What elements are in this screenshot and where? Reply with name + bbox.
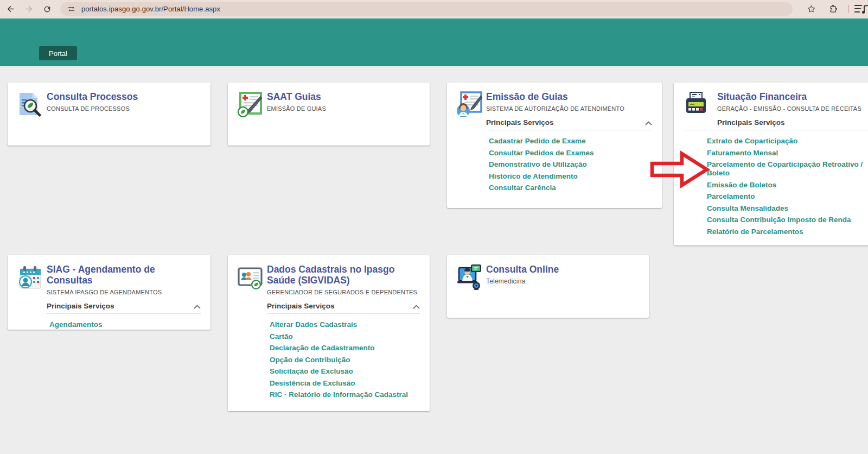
site-settings-icon[interactable] [67, 4, 76, 14]
service-link[interactable]: RIC - Relatório de Informação Cadastral [270, 390, 420, 399]
services-toggle[interactable]: Principais Serviços [47, 302, 201, 310]
reload-icon[interactable] [40, 2, 55, 17]
back-icon[interactable] [3, 2, 18, 17]
services-toggle[interactable]: Principais Serviços [267, 302, 420, 310]
services-label: Principais Serviços [717, 118, 785, 127]
chevron-up-icon[interactable] [194, 301, 201, 311]
services-toggle[interactable]: Principais Serviços [717, 118, 868, 127]
chevron-up-icon[interactable] [645, 118, 652, 128]
service-link[interactable]: Cadastrar Pedido de Exame [489, 137, 652, 146]
service-link[interactable]: Demonstrativo de Utilização [489, 160, 652, 169]
toolbar-divider [848, 5, 848, 13]
card-title: Emissão de Guias [486, 91, 652, 102]
card-saat-guias: SAAT Guias EMISSÃO DE GUIAS [228, 83, 430, 146]
calendar-person-icon [16, 264, 43, 291]
card-dados-cadastrais: Dados Cadastrais no Ipasgo Saúde (SIGVID… [228, 255, 430, 411]
receipt-printer-icon [682, 91, 710, 118]
card-title: SIAG - Agendamento de Consultas [47, 264, 201, 286]
services-divider [684, 130, 868, 130]
service-link[interactable]: Agendamentos [49, 320, 201, 329]
browser-toolbar: portalos.ipasgo.go.gov.br/Portal/Home.as… [0, 0, 868, 18]
card-subtitle: SISTEMA DE AUTORIZAÇÃO DE ATENDIMENTO [486, 105, 652, 112]
services-label: Principais Serviços [47, 302, 114, 310]
service-link[interactable]: Extrato de Coparticipação [707, 137, 868, 146]
services-list: Alterar Dados CadastraisCartãoDeclaração… [270, 320, 420, 399]
card-emissao-de-guias: Emissão de Guias SISTEMA DE AUTORIZAÇÃO … [447, 83, 662, 208]
card-title: Situação Financeira [717, 91, 868, 102]
services-toggle[interactable]: Principais Serviços [486, 118, 652, 127]
card-consulta-processos: Consulta Processos CONSULTA DE PROCESSOS [8, 83, 210, 146]
card-subtitle: GERAÇÃO - EMISSÃO - CONSULTA DE RECEITAS [717, 105, 868, 112]
card-consulta-online: Consulta Online Telemedicina [447, 255, 649, 318]
service-link[interactable]: Consultar Pedidos de Exames [489, 149, 652, 157]
service-link[interactable]: Alterar Dados Cadastrais [270, 320, 420, 329]
telemedicine-laptop-icon [456, 264, 483, 291]
services-label: Principais Serviços [486, 118, 554, 127]
nurse-clipboard-icon [456, 91, 483, 118]
service-link[interactable]: Histórico de Atendimento [489, 172, 652, 181]
service-link[interactable]: Parcelamento de Coparticipação Retroativ… [707, 160, 868, 178]
address-bar[interactable]: portalos.ipasgo.go.gov.br/Portal/Home.as… [60, 2, 793, 16]
service-link[interactable]: Opção de Contribuição [270, 356, 420, 364]
service-link[interactable]: Consulta Mensalidades [707, 204, 868, 213]
forward-icon[interactable] [22, 2, 37, 17]
bookmark-star-icon[interactable] [803, 2, 819, 17]
card-subtitle: EMISSÃO DE GUIAS [267, 105, 420, 112]
service-link[interactable]: Parcelamento [707, 192, 868, 201]
card-situacao-financeira: Situação Financeira GERAÇÃO - EMISSÃO - … [674, 83, 868, 245]
services-label: Principais Serviços [267, 302, 335, 310]
services-list: Extrato de CoparticipaçãoFaturamento Men… [707, 137, 868, 236]
chevron-up-icon[interactable] [413, 301, 420, 311]
services-divider [47, 313, 201, 314]
card-subtitle: GERENCIADOR DE SEGURADOS E DEPENDENTES [267, 289, 420, 295]
service-link[interactable]: Relatório de Parcelamentos [707, 228, 868, 236]
service-link[interactable]: Emissão de Boletos [707, 181, 868, 190]
card-subtitle: CONSULTA DE PROCESSOS [47, 105, 201, 112]
service-link[interactable]: Solicitação de Exclusão [270, 367, 420, 376]
card-title: Consulta Processos [47, 91, 201, 102]
id-card-icon [237, 264, 264, 291]
services-list: Agendamentos [49, 320, 201, 329]
clipboard-pen-icon [237, 91, 264, 118]
card-title: Dados Cadastrais no Ipasgo Saúde (SIGVID… [267, 264, 420, 286]
url-text[interactable]: portalos.ipasgo.go.gov.br/Portal/Home.as… [81, 5, 220, 13]
services-divider [486, 130, 652, 130]
card-subtitle: SISTEMA IPASGO DE AGENDAMENTOS [47, 289, 201, 295]
service-link[interactable]: Desistência de Exclusão [270, 379, 420, 388]
card-subtitle: Telemedicina [486, 278, 639, 285]
services-list: Cadastrar Pedido de ExameConsultar Pedid… [489, 137, 652, 192]
extensions-puzzle-icon[interactable] [825, 2, 840, 17]
service-link[interactable]: Cartão [270, 332, 420, 341]
service-link[interactable]: Consulta Contribuição Imposto de Renda [707, 216, 868, 224]
service-link[interactable]: Consultar Carência [489, 184, 652, 192]
card-siag-agendamento: SIAG - Agendamento de Consultas SISTEMA … [8, 255, 210, 330]
card-title: Consulta Online [486, 264, 639, 275]
services-divider [267, 313, 420, 314]
tab-portal[interactable]: Portal [39, 46, 77, 60]
page-header-band: Portal [0, 18, 868, 66]
document-magnifier-icon [16, 91, 43, 118]
list-music-icon[interactable] [854, 2, 868, 17]
card-title: SAAT Guias [267, 91, 420, 102]
service-link[interactable]: Faturamento Mensal [707, 149, 868, 157]
service-link[interactable]: Declaração de Cadastramento [270, 344, 420, 352]
